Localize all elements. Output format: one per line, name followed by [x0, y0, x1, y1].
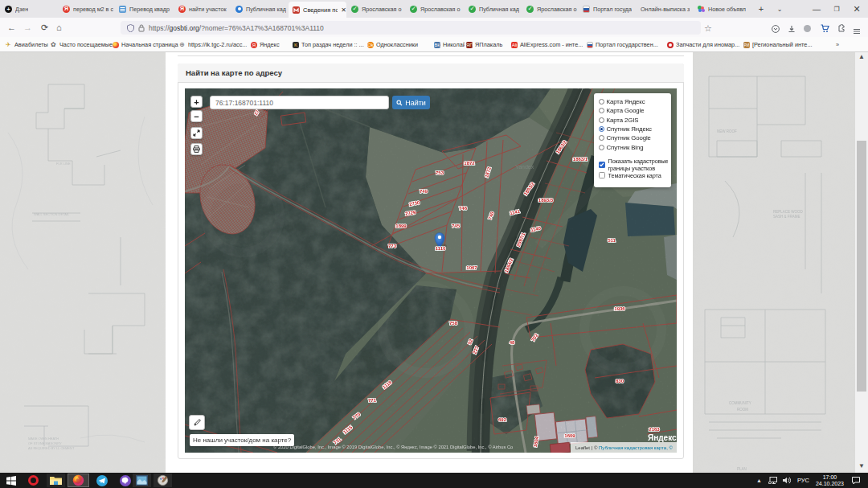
svg-text:1863/1: 1863/1 — [573, 157, 588, 162]
svg-text:692: 692 — [498, 417, 507, 422]
svg-text:WALL SECTION DETAIL: WALL SECTION DETAIL — [34, 212, 70, 216]
svg-text:1899: 1899 — [395, 223, 407, 228]
svg-text:© 2020 DigitalGlobe, Inc., Ima: © 2020 DigitalGlobe, Inc., Image © 2019 … — [273, 445, 513, 449]
svg-text:REPLACE WOOD: REPLACE WOOD — [773, 210, 804, 214]
svg-text:753: 753 — [436, 170, 444, 175]
svg-text:746: 746 — [459, 206, 468, 211]
svg-text:511: 511 — [608, 238, 616, 243]
svg-text:Яндекс: Яндекс — [648, 433, 677, 442]
svg-text:NEW ROOF: NEW ROOF — [717, 129, 737, 133]
svg-text:1936: 1936 — [614, 306, 625, 311]
svg-text:1609: 1609 — [564, 433, 575, 438]
svg-text:773: 773 — [388, 244, 397, 248]
svg-text:745: 745 — [452, 223, 461, 228]
svg-text:1893/3: 1893/3 — [538, 198, 554, 203]
svg-text:749: 749 — [420, 189, 428, 194]
svg-text:MAKE OVEN HEATH: MAKE OVEN HEATH — [28, 437, 59, 441]
svg-text:FLR LINE: FLR LINE — [56, 162, 71, 166]
svg-text:1067: 1067 — [466, 265, 477, 270]
svg-text:771: 771 — [368, 398, 377, 403]
svg-text:COMMUNITY: COMMUNITY — [729, 401, 751, 405]
svg-text:830: 830 — [616, 379, 624, 383]
svg-text:2163: 2163 — [649, 427, 660, 432]
svg-text:PLAN: PLAN — [737, 467, 747, 471]
svg-text:1872: 1872 — [464, 161, 475, 166]
svg-text:SASH & FRAME: SASH & FRAME — [773, 215, 800, 219]
svg-text:ROOM: ROOM — [737, 408, 748, 412]
svg-text:OF STONE MASONRY: OF STONE MASONRY — [28, 441, 62, 445]
svg-text:48: 48 — [510, 340, 515, 345]
svg-text:758: 758 — [449, 321, 458, 326]
svg-text:Leaflet | © Публичная кадастро: Leaflet | © Публичная кадастровая карта,… — [575, 445, 673, 450]
svg-text:AS REQUIRED BY LL CEMENT: AS REQUIRED BY LL CEMENT — [28, 446, 75, 450]
svg-text:1110: 1110 — [435, 245, 446, 251]
